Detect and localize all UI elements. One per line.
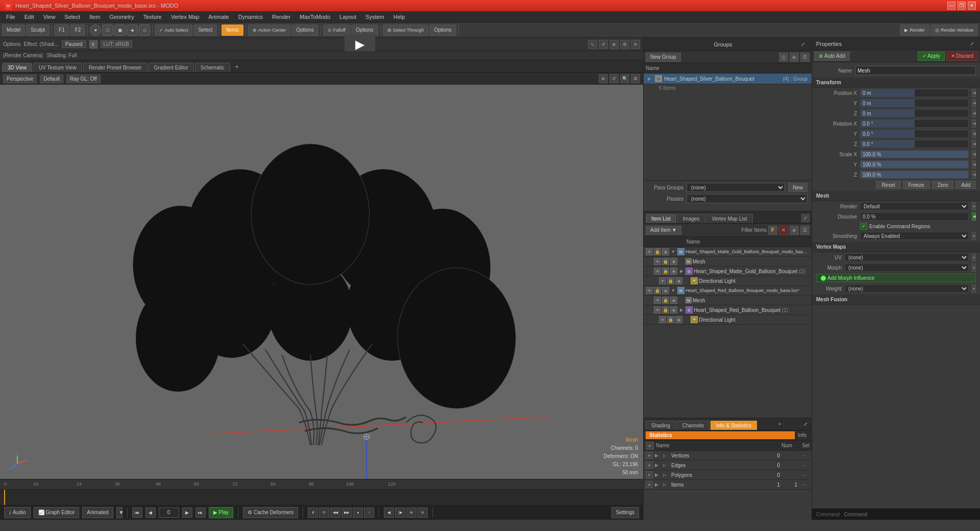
viewport-3d[interactable]: Perspective Default Ray GL: Off ⊕ ↺ 🔍 ⚙ bbox=[0, 73, 643, 479]
smoothing-select[interactable]: Always Enabled bbox=[860, 232, 969, 240]
il-ref-8[interactable]: ◈ bbox=[675, 316, 682, 323]
il-lock-1[interactable]: 🔒 bbox=[654, 248, 661, 255]
stats-add-polygons[interactable]: + bbox=[646, 471, 653, 478]
il-ref-3[interactable]: ◈ bbox=[670, 268, 677, 275]
tr-btn2[interactable]: |▶ bbox=[395, 508, 405, 518]
vp-reset-icon[interactable]: ↺ bbox=[599, 40, 608, 49]
timeline-track[interactable] bbox=[0, 490, 643, 505]
vp-zoom2-icon[interactable]: 🔍 bbox=[620, 74, 629, 83]
checkbox-box[interactable]: ✓ bbox=[860, 223, 867, 230]
position-x-value[interactable]: 0 m bbox=[860, 89, 969, 97]
il-item-7[interactable]: 👁 🔒 ◈ ▶ G Heart_Shaped_Red_Balloon_Bouqu… bbox=[644, 305, 812, 315]
il-ref-7[interactable]: ◈ bbox=[670, 306, 677, 313]
vp-zoom-icon[interactable]: ⊕ bbox=[609, 40, 619, 49]
groups-expand-icon[interactable]: ⤢ bbox=[798, 40, 807, 49]
vp-gear-icon[interactable]: ⚙ bbox=[631, 74, 640, 83]
edge-mode-btn[interactable]: ⬡ bbox=[102, 25, 113, 36]
rotation-x-slider-btn[interactable]: ◀ bbox=[972, 119, 976, 128]
tab-images[interactable]: Images bbox=[677, 214, 705, 223]
tr-btn1[interactable]: ◀| bbox=[384, 508, 394, 518]
il-vis-2[interactable]: 👁 bbox=[654, 258, 661, 265]
ray-gl-button[interactable]: Ray GL: Off bbox=[66, 75, 101, 83]
rotation-y-slider-btn[interactable]: ◀ bbox=[972, 130, 976, 138]
stats-dots-polygons[interactable]: ··· bbox=[799, 472, 810, 478]
vp-nav-icon[interactable]: ⊕ bbox=[599, 74, 608, 83]
dissolve-slider-btn[interactable]: ◀ bbox=[972, 212, 976, 221]
auto-add-button[interactable]: ⊕ Auto Add bbox=[814, 52, 850, 61]
apply-button[interactable]: ✓ Apply bbox=[918, 52, 945, 61]
pass-groups-new-button[interactable]: New bbox=[788, 183, 807, 192]
il-item-2[interactable]: 👁 🔒 ◈ M Mesh bbox=[644, 257, 812, 267]
stats-vertices-row[interactable]: + ▶ ▷ Vertices 0 ··· bbox=[644, 451, 812, 461]
pb-btn1[interactable]: ⏸ bbox=[308, 508, 318, 518]
play-button-main[interactable]: ▶ Play bbox=[209, 507, 233, 518]
position-z-value[interactable]: 0 m bbox=[860, 109, 969, 117]
il-lock-8[interactable]: 🔒 bbox=[667, 316, 674, 323]
rotation-z-slider-btn[interactable]: ◀ bbox=[972, 140, 976, 148]
close-button[interactable]: ✕ bbox=[968, 2, 976, 10]
vp-close-icon[interactable]: ✕ bbox=[631, 40, 640, 49]
menu-render[interactable]: Render bbox=[268, 13, 295, 21]
stats-edges-row[interactable]: + ▶ ▷ Edges 0 ··· bbox=[644, 461, 812, 470]
options-button[interactable]: Options bbox=[3, 41, 20, 47]
add-morph-influence-button[interactable]: Add Morph Influence bbox=[816, 274, 976, 282]
tab-schematic[interactable]: Schematic bbox=[195, 63, 230, 72]
il-item-8[interactable]: 👁 🔒 ◈ ☀ Directional Light bbox=[644, 315, 812, 325]
f2-button[interactable]: F2 bbox=[70, 25, 86, 36]
name-input[interactable] bbox=[855, 66, 976, 75]
il-item-6[interactable]: 👁 🔒 ◈ M Mesh bbox=[644, 296, 812, 305]
il-lock-4[interactable]: 🔒 bbox=[667, 277, 674, 284]
menu-texture[interactable]: Texture bbox=[139, 13, 166, 21]
stats-polygons-row[interactable]: + ▶ ▷ Polygons 0 ··· bbox=[644, 470, 812, 480]
menu-animate[interactable]: Animate bbox=[204, 13, 233, 21]
il-vis-5[interactable]: 👁 bbox=[646, 287, 653, 294]
menu-file[interactable]: File bbox=[2, 13, 19, 21]
pb-btn5[interactable]: ● bbox=[353, 508, 363, 518]
vp-settings-icon[interactable]: ⚙ bbox=[620, 40, 629, 49]
render-window-button[interactable]: ◎ Render Window bbox=[930, 25, 978, 36]
weight-select[interactable]: (none) bbox=[845, 284, 969, 293]
zero-button[interactable]: Zero bbox=[932, 181, 954, 189]
il-lock-5[interactable]: 🔒 bbox=[654, 287, 661, 294]
rotation-z-value[interactable]: 0.0 ° bbox=[860, 140, 969, 148]
reset-button[interactable]: Reset bbox=[876, 181, 900, 189]
scale-y-slider-btn[interactable]: ◀ bbox=[972, 160, 976, 168]
scale-x-value[interactable]: 100.0 % bbox=[860, 150, 969, 158]
menu-dynamics[interactable]: Dynamics bbox=[234, 13, 267, 21]
default-button[interactable]: Default bbox=[40, 75, 63, 83]
rewind-start-button[interactable]: ⏮ bbox=[132, 508, 142, 518]
tab-shading[interactable]: Shading bbox=[646, 421, 676, 430]
stats-list[interactable]: + ▶ ▷ Vertices 0 ··· + ▶ ▷ Edges 0 ··· bbox=[644, 451, 812, 520]
end-frame-button[interactable]: ⏭ bbox=[195, 508, 206, 518]
menu-layout[interactable]: Layout bbox=[335, 13, 360, 21]
menu-select[interactable]: Select bbox=[60, 13, 84, 21]
il-lock-3[interactable]: 🔒 bbox=[662, 268, 669, 275]
next-frame-button[interactable]: ▶ bbox=[182, 508, 192, 518]
il-vis-3[interactable]: 👁 bbox=[654, 268, 661, 275]
scale-y-value[interactable]: 100.0 % bbox=[860, 160, 969, 168]
grp-icon2[interactable]: ⊕ bbox=[790, 53, 799, 62]
render-dropdown-arrow[interactable]: ▼ bbox=[972, 202, 976, 210]
tab-item-list[interactable]: Item List bbox=[646, 214, 676, 223]
tab-3d-view[interactable]: 3D View bbox=[2, 63, 32, 72]
stats-expand-polygons[interactable]: ▶ bbox=[655, 472, 661, 477]
menu-help[interactable]: Help bbox=[389, 13, 409, 21]
scale-z-value[interactable]: 100.0 % bbox=[860, 171, 969, 179]
il-lock-2[interactable]: 🔒 bbox=[662, 258, 669, 265]
uv-select[interactable]: (none) bbox=[845, 253, 969, 261]
position-x-slider-btn[interactable]: ◀ bbox=[972, 89, 976, 97]
stats-add-items[interactable]: + bbox=[646, 481, 653, 488]
animated-button[interactable]: Animated bbox=[82, 507, 113, 518]
stats-expand-items[interactable]: ▶ bbox=[655, 482, 661, 487]
menu-system[interactable]: System bbox=[361, 13, 388, 21]
pb-btn2[interactable]: ⟳ bbox=[319, 508, 329, 518]
filter-x-button[interactable]: ✕ bbox=[779, 226, 788, 235]
tr-btn4[interactable]: ⊖ bbox=[418, 508, 428, 518]
timeline-ruler[interactable]: 0 10 24 36 48 60 72 84 96 108 120 bbox=[0, 479, 643, 490]
stats-expand-vertices[interactable]: ▶ bbox=[655, 453, 661, 458]
add-transform-button[interactable]: Add bbox=[955, 181, 976, 189]
grp-icon3[interactable]: ☰ bbox=[800, 53, 810, 62]
maximize-button[interactable]: ❐ bbox=[958, 2, 966, 10]
tab-render-preset[interactable]: Render Preset Browser bbox=[83, 63, 148, 72]
group-item[interactable]: ▶ G Heart_Shaped_Silver_Balloon_Bouquet … bbox=[644, 74, 812, 84]
